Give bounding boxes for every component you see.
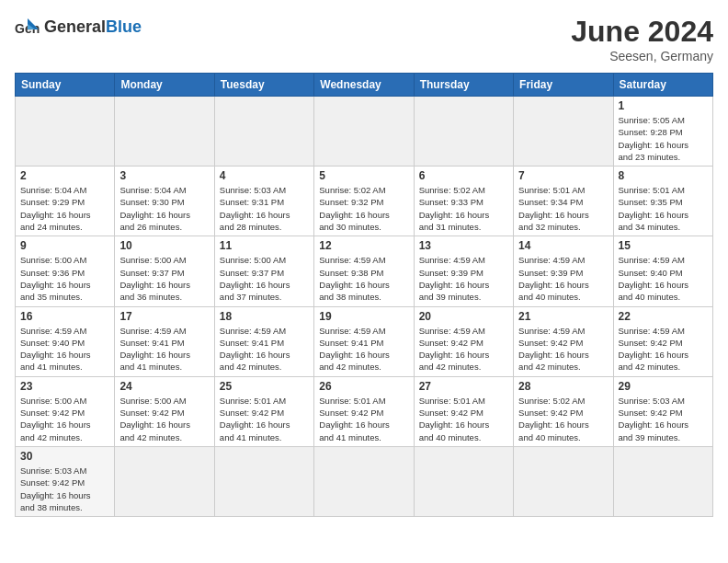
- empty-cell: [16, 97, 115, 167]
- day-28: 28 Sunrise: 5:02 AMSunset: 9:42 PMDaylig…: [514, 376, 613, 446]
- day-15: 15 Sunrise: 4:59 AMSunset: 9:40 PMDaylig…: [613, 236, 712, 306]
- day-1-info: Sunrise: 5:05 AMSunset: 9:28 PMDaylight:…: [619, 114, 708, 163]
- header-wednesday: Wednesday: [314, 74, 414, 97]
- day-7: 7 Sunrise: 5:01 AMSunset: 9:34 PMDayligh…: [514, 167, 613, 236]
- header-friday: Friday: [514, 74, 613, 97]
- day-22: 22 Sunrise: 4:59 AMSunset: 9:42 PMDaylig…: [613, 306, 712, 376]
- header-thursday: Thursday: [414, 74, 513, 97]
- day-2: 2 Sunrise: 5:04 AMSunset: 9:29 PMDayligh…: [16, 167, 115, 236]
- empty-cell: [613, 446, 712, 516]
- day-12: 12 Sunrise: 4:59 AMSunset: 9:38 PMDaylig…: [314, 236, 414, 306]
- logo: Gen GeneralBlue: [15, 15, 142, 40]
- calendar-row-1: 1 Sunrise: 5:05 AMSunset: 9:28 PMDayligh…: [16, 97, 713, 167]
- day-20: 20 Sunrise: 4:59 AMSunset: 9:42 PMDaylig…: [414, 306, 513, 376]
- day-21: 21 Sunrise: 4:59 AMSunset: 9:42 PMDaylig…: [514, 306, 613, 376]
- header-sunday: Sunday: [16, 74, 115, 97]
- day-18: 18 Sunrise: 4:59 AMSunset: 9:41 PMDaylig…: [214, 306, 313, 376]
- day-19: 19 Sunrise: 4:59 AMSunset: 9:41 PMDaylig…: [314, 306, 414, 376]
- empty-cell: [214, 446, 313, 516]
- calendar-row-4: 16 Sunrise: 4:59 AMSunset: 9:40 PMDaylig…: [16, 306, 713, 376]
- calendar-table: Sunday Monday Tuesday Wednesday Thursday…: [15, 73, 713, 517]
- header-tuesday: Tuesday: [214, 74, 313, 97]
- day-11: 11 Sunrise: 5:00 AMSunset: 9:37 PMDaylig…: [214, 236, 313, 306]
- logo-text: GeneralBlue: [44, 18, 142, 37]
- calendar-row-3: 9 Sunrise: 5:00 AMSunset: 9:36 PMDayligh…: [16, 236, 713, 306]
- day-25: 25 Sunrise: 5:01 AMSunset: 9:42 PMDaylig…: [214, 376, 313, 446]
- logo-icon: Gen: [15, 15, 40, 40]
- empty-cell: [514, 97, 613, 167]
- day-29: 29 Sunrise: 5:03 AMSunset: 9:42 PMDaylig…: [613, 376, 712, 446]
- day-4: 4 Sunrise: 5:03 AMSunset: 9:31 PMDayligh…: [214, 167, 313, 236]
- logo-blue: Blue: [106, 17, 142, 36]
- logo-general: General: [44, 17, 106, 36]
- day-17: 17 Sunrise: 4:59 AMSunset: 9:41 PMDaylig…: [115, 306, 214, 376]
- day-1: 1 Sunrise: 5:05 AMSunset: 9:28 PMDayligh…: [613, 97, 712, 167]
- calendar-title: June 2024: [571, 15, 713, 49]
- day-30: 30 Sunrise: 5:03 AMSunset: 9:42 PMDaylig…: [16, 446, 115, 516]
- calendar-location: Seesen, Germany: [571, 49, 713, 63]
- empty-cell: [414, 446, 513, 516]
- day-26: 26 Sunrise: 5:01 AMSunset: 9:42 PMDaylig…: [314, 376, 414, 446]
- calendar-row-6: 30 Sunrise: 5:03 AMSunset: 9:42 PMDaylig…: [16, 446, 713, 516]
- day-16: 16 Sunrise: 4:59 AMSunset: 9:40 PMDaylig…: [16, 306, 115, 376]
- day-27: 27 Sunrise: 5:01 AMSunset: 9:42 PMDaylig…: [414, 376, 513, 446]
- weekday-header-row: Sunday Monday Tuesday Wednesday Thursday…: [16, 74, 713, 97]
- day-9: 9 Sunrise: 5:00 AMSunset: 9:36 PMDayligh…: [16, 236, 115, 306]
- calendar-row-2: 2 Sunrise: 5:04 AMSunset: 9:29 PMDayligh…: [16, 167, 713, 236]
- header-saturday: Saturday: [613, 74, 712, 97]
- day-13: 13 Sunrise: 4:59 AMSunset: 9:39 PMDaylig…: [414, 236, 513, 306]
- day-3: 3 Sunrise: 5:04 AMSunset: 9:30 PMDayligh…: [115, 167, 214, 236]
- day-6: 6 Sunrise: 5:02 AMSunset: 9:33 PMDayligh…: [414, 167, 513, 236]
- empty-cell: [314, 446, 414, 516]
- day-14: 14 Sunrise: 4:59 AMSunset: 9:39 PMDaylig…: [514, 236, 613, 306]
- empty-cell: [115, 97, 214, 167]
- title-block: June 2024 Seesen, Germany: [571, 15, 713, 63]
- page-header: Gen GeneralBlue June 2024 Seesen, German…: [15, 15, 713, 63]
- header-monday: Monday: [115, 74, 214, 97]
- calendar-row-5: 23 Sunrise: 5:00 AMSunset: 9:42 PMDaylig…: [16, 376, 713, 446]
- empty-cell: [214, 97, 313, 167]
- empty-cell: [115, 446, 214, 516]
- empty-cell: [514, 446, 613, 516]
- empty-cell: [314, 97, 414, 167]
- empty-cell: [414, 97, 513, 167]
- day-24: 24 Sunrise: 5:00 AMSunset: 9:42 PMDaylig…: [115, 376, 214, 446]
- day-23: 23 Sunrise: 5:00 AMSunset: 9:42 PMDaylig…: [16, 376, 115, 446]
- day-10: 10 Sunrise: 5:00 AMSunset: 9:37 PMDaylig…: [115, 236, 214, 306]
- day-5: 5 Sunrise: 5:02 AMSunset: 9:32 PMDayligh…: [314, 167, 414, 236]
- day-8: 8 Sunrise: 5:01 AMSunset: 9:35 PMDayligh…: [613, 167, 712, 236]
